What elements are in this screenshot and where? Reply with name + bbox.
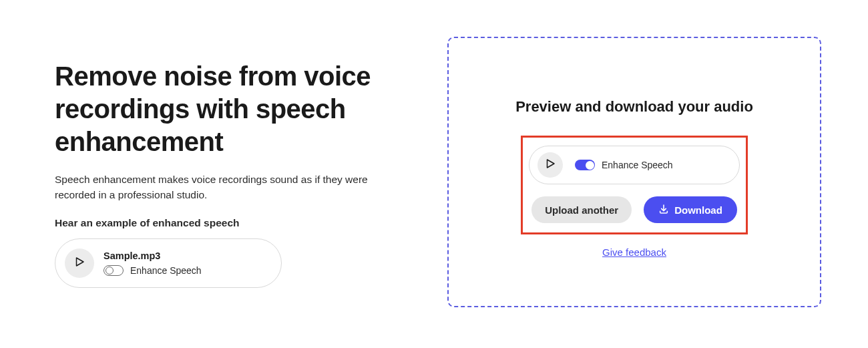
give-feedback-link[interactable]: Give feedback <box>602 246 666 258</box>
action-button-row: Upload another Download <box>531 196 737 223</box>
sample-enhance-toggle-row: Enhance Speech <box>103 265 202 276</box>
sample-enhance-toggle[interactable] <box>103 265 124 276</box>
download-button[interactable]: Download <box>644 196 737 223</box>
preview-enhance-toggle[interactable] <box>575 160 595 170</box>
download-label: Download <box>674 204 722 216</box>
sample-filename: Sample.mp3 <box>103 250 202 261</box>
svg-marker-0 <box>77 258 84 266</box>
left-column: Remove noise from voice recordings with … <box>0 0 401 348</box>
page-subhead: Speech enhancement makes voice recording… <box>55 172 374 202</box>
sample-enhance-toggle-label: Enhance Speech <box>130 265 202 276</box>
preview-enhance-toggle-label: Enhance Speech <box>602 160 673 170</box>
preview-play-button[interactable] <box>537 152 563 178</box>
right-column: Preview and download your audio Enhance … <box>401 0 868 348</box>
preview-panel: Preview and download your audio Enhance … <box>447 37 821 307</box>
sample-play-button[interactable] <box>65 248 94 278</box>
svg-marker-1 <box>548 160 555 168</box>
page-headline: Remove noise from voice recordings with … <box>55 60 374 158</box>
preview-panel-title: Preview and download your audio <box>515 98 753 116</box>
download-icon <box>658 204 669 216</box>
highlighted-actions-box: Enhance Speech Upload another <box>521 136 748 234</box>
preview-player: Enhance Speech <box>529 146 740 184</box>
example-label: Hear an example of enhanced speech <box>55 217 374 229</box>
upload-another-label: Upload another <box>545 204 618 216</box>
upload-another-button[interactable]: Upload another <box>531 196 632 223</box>
play-icon <box>73 256 85 271</box>
play-icon <box>544 158 556 172</box>
sample-player-meta: Sample.mp3 Enhance Speech <box>103 250 202 276</box>
page-root: Remove noise from voice recordings with … <box>0 0 868 348</box>
sample-player: Sample.mp3 Enhance Speech <box>55 238 282 288</box>
